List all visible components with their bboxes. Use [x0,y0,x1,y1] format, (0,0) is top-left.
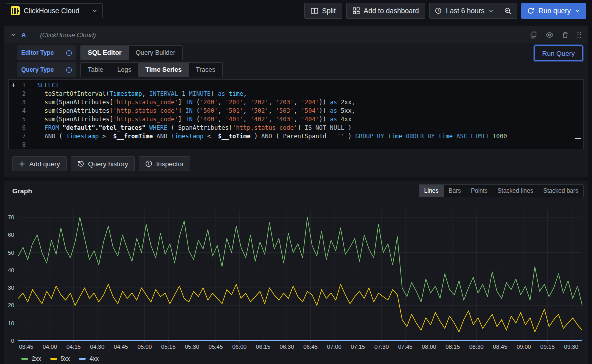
time-range-button[interactable]: Last 6 hours [430,3,499,18]
svg-text:04:30: 04:30 [90,344,105,350]
time-range-label: Last 6 hours [446,7,484,15]
info-icon[interactable] [66,50,72,56]
option-bars[interactable]: Bars [444,185,466,197]
graph-style-options: Lines Bars Points Stacked lines Stacked … [419,184,584,197]
chevron-down-icon [575,8,580,14]
clickhouse-logo-icon [11,6,20,15]
remove-query-trash-icon[interactable] [562,31,569,39]
svg-text:60: 60 [8,232,14,238]
run-query-label: Run query [538,7,571,15]
option-sql-editor[interactable]: SQL Editor [81,46,129,60]
legend-label: 4xx [89,355,99,362]
panel-title: Graph [8,187,32,195]
sql-line: sum(SpanAttributes['http.status_code'] I… [37,107,583,115]
option-query-builder[interactable]: Query Builder [129,46,182,60]
svg-text:08:45: 08:45 [493,344,507,350]
editor-cursor [575,138,581,139]
inspector-button[interactable]: Inspector [139,156,191,171]
svg-text:05:00: 05:00 [137,344,152,350]
svg-text:30: 30 [8,285,14,291]
svg-text:06:45: 06:45 [303,344,318,350]
svg-text:05:15: 05:15 [161,344,176,350]
editor-type-field-label: Editor Type [17,45,76,60]
legend-swatch [50,358,57,360]
legend-label: 2xx [32,355,41,362]
option-points[interactable]: Points [466,185,492,197]
toolbar: ClickHouse Cloud Split Add to dashboard … [0,0,592,22]
option-stacked-lines[interactable]: Stacked lines [493,185,538,197]
apps-grid-icon [353,7,360,14]
zoom-out-time-button[interactable] [499,3,517,18]
legend-item-2xx[interactable]: 2xx [21,355,41,362]
option-lines[interactable]: Lines [419,185,444,197]
query-history-label: Query history [88,160,128,168]
legend-label: 5xx [61,355,70,362]
sql-line: sum(SpanAttributes['http.status_code'] I… [37,115,583,124]
chevron-down-icon [488,8,494,14]
info-icon[interactable] [66,67,72,73]
sql-line: AND ( Timestamp >= $__fromTime AND Times… [37,132,583,141]
query-history-button[interactable]: Query history [71,156,135,171]
legend-item-5xx[interactable]: 5xx [50,355,70,362]
plus-icon: + [12,81,15,90]
plus-icon [19,161,25,167]
split-label: Split [322,7,336,15]
svg-text:09:15: 09:15 [540,344,555,350]
chevron-down-icon [92,8,98,14]
duplicate-query-icon[interactable] [530,31,537,39]
svg-text:04:15: 04:15 [66,344,81,350]
legend-item-4xx[interactable]: 4xx [79,355,99,362]
sql-code-editor[interactable]: + 12345678 SELECT toStartOfInterval(Time… [8,79,584,149]
svg-text:04:45: 04:45 [114,344,128,350]
time-series-chart[interactable]: 01020304050607003:4504:0004:1504:3004:45… [4,200,588,353]
option-logs[interactable]: Logs [110,63,138,77]
svg-text:09:30: 09:30 [564,344,578,350]
svg-text:20: 20 [8,302,14,308]
hide-response-eye-icon[interactable] [545,32,554,38]
svg-text:05:30: 05:30 [185,344,199,350]
svg-text:10: 10 [8,320,14,326]
option-stacked-bars[interactable]: Stacked bars [538,185,583,197]
svg-text:0: 0 [11,338,14,344]
sql-code-lines: SELECT toStartOfInterval(Timestamp, INTE… [32,80,583,149]
svg-text:07:30: 07:30 [374,344,389,350]
editor-type-options: SQL Editor Query Builder [80,45,183,60]
graph-panel: Graph Lines Bars Points Stacked lines St… [4,181,588,364]
split-button[interactable]: Split [304,3,342,19]
inspector-label: Inspector [156,160,184,168]
svg-text:09:00: 09:00 [517,344,531,350]
datasource-picker[interactable]: ClickHouse Cloud [6,3,103,18]
query-type-label: Query Type [21,66,54,73]
clock-icon [435,7,442,14]
query-ref-id[interactable]: A [21,31,26,39]
svg-text:07:15: 07:15 [351,344,365,350]
collapse-chevron-icon[interactable] [10,32,16,38]
svg-text:08:15: 08:15 [446,344,460,350]
run-query-button-topbar[interactable]: Run query [521,3,586,19]
add-query-button[interactable]: Add query [12,156,67,171]
option-traces[interactable]: Traces [189,63,222,77]
svg-text:50: 50 [8,250,14,256]
chart-canvas[interactable]: 01020304050607003:4504:0004:1504:3004:45… [4,200,588,351]
option-time-series[interactable]: Time Series [138,63,189,77]
legend-swatch [79,358,86,360]
sql-line: SELECT [37,81,583,90]
drag-handle-icon[interactable] [577,31,582,38]
split-icon [311,7,318,14]
sql-line: toStartOfInterval(Timestamp, INTERVAL 1 … [37,90,583,98]
sync-icon [527,7,534,14]
info-icon [145,160,152,167]
svg-text:07:00: 07:00 [327,344,342,350]
zoom-out-icon [504,7,512,15]
history-icon [77,160,84,167]
legend-swatch [21,358,28,360]
run-query-button-panel[interactable]: Run Query [534,45,583,61]
add-to-dashboard-button[interactable]: Add to dashboard [346,3,426,19]
svg-text:03:45: 03:45 [19,344,33,350]
query-editor-panel: A (ClickHouse Cloud) Editor Type SQL Edi… [4,26,588,177]
datasource-name: ClickHouse Cloud [24,7,79,15]
add-query-label: Add query [29,160,60,168]
datasource-hint: (ClickHouse Cloud) [40,31,96,39]
option-table[interactable]: Table [81,63,110,77]
add-to-dashboard-label: Add to dashboard [364,7,419,15]
